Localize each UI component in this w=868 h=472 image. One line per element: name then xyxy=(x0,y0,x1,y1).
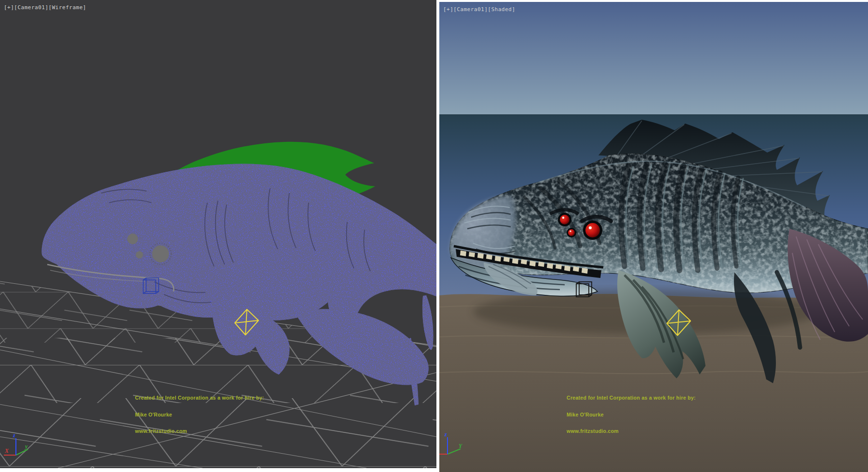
scene-attribution-text: Created for Intel Corporation as a work … xyxy=(135,384,264,445)
attribution-line-2: Mike O'Rourke xyxy=(135,412,264,418)
viewport-label-wireframe[interactable]: [+][Camera01][Wireframe] xyxy=(4,4,86,11)
dual-viewport-canvas: X y z [+][Camera01][Wireframe] Created f… xyxy=(0,0,868,472)
axis-x-label: X xyxy=(4,447,9,454)
viewport-shaded-panel[interactable]: Y z [+][Camera01][Shaded] Created for In… xyxy=(439,2,868,472)
viewport-wireframe-panel[interactable]: X y z [+][Camera01][Wireframe] Created f… xyxy=(0,0,436,468)
axis-y-label: y xyxy=(24,443,28,450)
sky-background xyxy=(439,2,868,115)
scene-attribution-text: Created for Intel Corporation as a work … xyxy=(567,384,696,445)
attribution-line-2: Mike O'Rourke xyxy=(567,412,696,418)
attribution-line-1: Created for Intel Corporation as a work … xyxy=(135,395,264,401)
attribution-line-3: www.fritzstudio.com xyxy=(135,429,264,434)
axis-z-label: z xyxy=(13,432,15,439)
attribution-line-1: Created for Intel Corporation as a work … xyxy=(567,395,696,401)
axis-z-label: z xyxy=(444,431,447,438)
attribution-line-3: www.fritzstudio.com xyxy=(567,429,696,434)
viewport-label-shaded[interactable]: [+][Camera01][Shaded] xyxy=(443,6,515,13)
